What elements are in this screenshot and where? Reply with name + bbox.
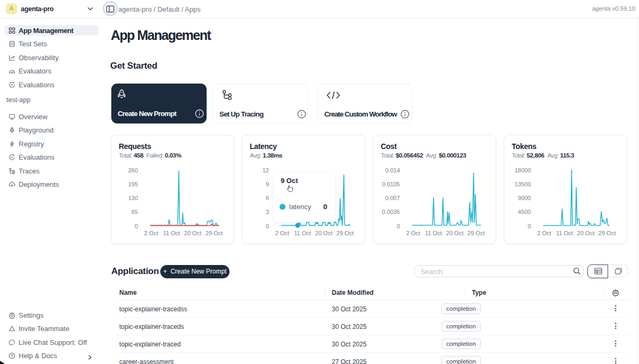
svg-text:11 Oct: 11 Oct bbox=[556, 230, 573, 236]
svg-text:9: 9 bbox=[266, 181, 269, 187]
svg-text:12: 12 bbox=[263, 167, 269, 173]
svg-text:0.0105: 0.0105 bbox=[382, 181, 400, 187]
svg-text:65: 65 bbox=[132, 209, 138, 215]
svg-text:2 Oct: 2 Oct bbox=[144, 230, 158, 236]
svg-text:11 Oct: 11 Oct bbox=[425, 230, 442, 236]
svg-text:260: 260 bbox=[128, 167, 138, 173]
svg-text:13500: 13500 bbox=[514, 181, 531, 187]
svg-text:0: 0 bbox=[135, 223, 138, 229]
svg-text:3: 3 bbox=[266, 209, 269, 215]
svg-text:20 Oct: 20 Oct bbox=[184, 230, 201, 236]
svg-text:2 Oct: 2 Oct bbox=[275, 230, 289, 236]
svg-text:195: 195 bbox=[128, 181, 138, 187]
svg-text:29 Oct: 29 Oct bbox=[337, 230, 354, 236]
svg-text:0.007: 0.007 bbox=[385, 195, 400, 201]
svg-text:0: 0 bbox=[528, 223, 531, 229]
svg-text:11 Oct: 11 Oct bbox=[163, 230, 180, 236]
svg-text:9000: 9000 bbox=[518, 195, 531, 201]
svg-text:29 Oct: 29 Oct bbox=[206, 230, 223, 236]
svg-text:4500: 4500 bbox=[518, 209, 531, 215]
svg-text:29 Oct: 29 Oct bbox=[468, 230, 485, 236]
svg-text:0: 0 bbox=[397, 223, 400, 229]
svg-text:11 Oct: 11 Oct bbox=[294, 230, 311, 236]
svg-text:20 Oct: 20 Oct bbox=[577, 230, 594, 236]
svg-text:130: 130 bbox=[128, 195, 138, 201]
svg-text:18000: 18000 bbox=[514, 167, 531, 173]
svg-text:2 Oct: 2 Oct bbox=[406, 230, 420, 236]
svg-text:29 Oct: 29 Oct bbox=[599, 230, 616, 236]
svg-text:0.0035: 0.0035 bbox=[382, 209, 400, 215]
svg-text:6: 6 bbox=[266, 195, 269, 201]
svg-text:0: 0 bbox=[266, 223, 269, 229]
svg-text:2 Oct: 2 Oct bbox=[537, 230, 551, 236]
svg-text:20 Oct: 20 Oct bbox=[446, 230, 463, 236]
svg-text:0.014: 0.014 bbox=[385, 167, 400, 173]
svg-text:20 Oct: 20 Oct bbox=[315, 230, 332, 236]
